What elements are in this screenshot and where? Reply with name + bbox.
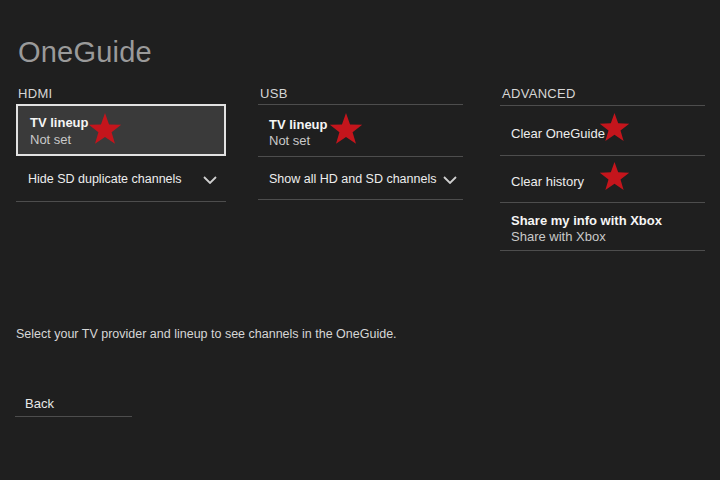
usb-bottom-divider <box>258 199 463 200</box>
hdmi-tv-lineup-value: Not set <box>30 132 71 147</box>
hdmi-divider <box>16 201 226 202</box>
usb-divider <box>258 156 463 157</box>
advanced-column-header: ADVANCED <box>502 86 576 101</box>
share-info-item[interactable]: Share my info with Xbox Share with Xbox <box>500 203 705 250</box>
chevron-down-icon <box>203 176 217 184</box>
page-title: OneGuide <box>18 36 152 69</box>
star-icon <box>599 112 630 143</box>
usb-channels-dropdown[interactable]: Show all HD and SD channels <box>258 166 463 199</box>
advanced-divider-3 <box>500 250 705 251</box>
hdmi-dropdown-label: Hide SD duplicate channels <box>28 172 182 186</box>
share-info-value: Share with Xbox <box>511 229 606 244</box>
hdmi-tv-lineup-item[interactable]: TV lineup Not set <box>16 104 226 156</box>
clear-history-item[interactable]: Clear history <box>500 156 705 202</box>
oneguide-settings-screen: OneGuide HDMI TV lineup Not set Hide SD … <box>0 0 720 480</box>
usb-tv-lineup-title: TV lineup <box>269 117 328 132</box>
back-button[interactable]: Back <box>25 396 54 411</box>
chevron-down-icon <box>443 176 457 184</box>
clear-history-label: Clear history <box>511 174 584 189</box>
hdmi-tv-lineup-title: TV lineup <box>30 115 89 130</box>
hdmi-column-header: HDMI <box>18 86 52 101</box>
hdmi-duplicate-channels-dropdown[interactable]: Hide SD duplicate channels <box>16 166 226 200</box>
back-button-underline <box>15 416 132 417</box>
usb-column-header: USB <box>260 86 288 101</box>
usb-dropdown-label: Show all HD and SD channels <box>269 172 436 186</box>
provider-hint-text: Select your TV provider and lineup to se… <box>16 327 397 341</box>
usb-tv-lineup-value: Not set <box>269 133 310 148</box>
share-info-title: Share my info with Xbox <box>511 213 662 228</box>
star-icon <box>599 161 630 192</box>
usb-tv-lineup-item[interactable]: TV lineup Not set <box>258 105 463 156</box>
clear-oneguide-label: Clear OneGuide <box>511 126 605 141</box>
star-icon <box>88 112 122 146</box>
clear-oneguide-item[interactable]: Clear OneGuide <box>500 106 705 155</box>
star-icon <box>329 112 363 146</box>
